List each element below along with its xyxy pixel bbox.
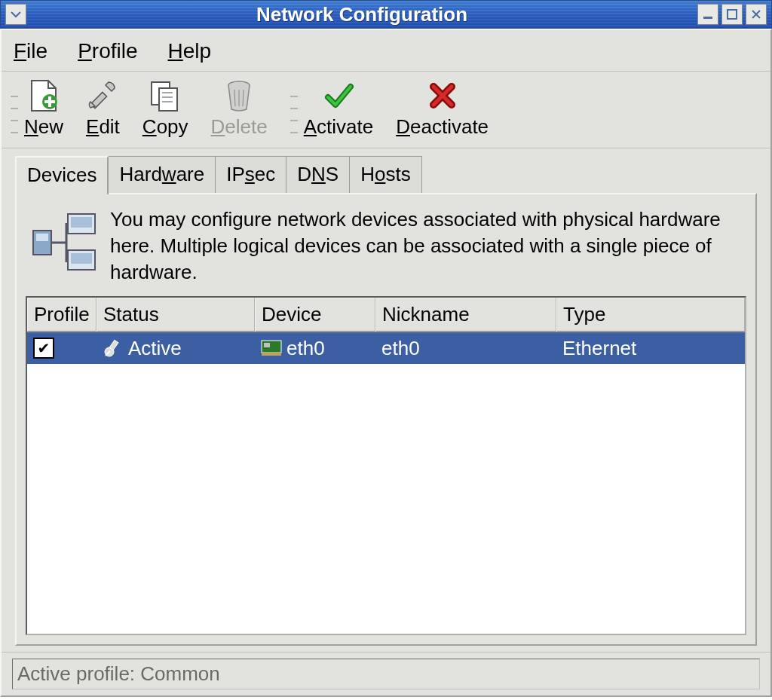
window-body: File Profile Help New [0, 29, 772, 697]
activate-button[interactable]: Activate [304, 79, 374, 139]
tab-strip: Devices Hardware IPsec DNS Hosts [15, 156, 757, 193]
svg-rect-26 [109, 341, 118, 350]
delete-button-label: Delete [211, 115, 268, 139]
copy-button-label: Copy [142, 115, 188, 139]
menu-file-label: ile [26, 39, 47, 63]
check-icon [322, 79, 355, 112]
tab-hardware[interactable]: Hardware [108, 156, 216, 193]
nic-icon [261, 340, 282, 356]
panel-description: You may configure network devices associ… [110, 206, 743, 286]
svg-rect-6 [44, 100, 55, 103]
trash-icon [222, 79, 256, 112]
menu-file[interactable]: File [14, 39, 47, 63]
menu-help-label: elp [183, 39, 211, 63]
wrench-icon [86, 79, 119, 112]
status-bar-text: Active profile: Common [12, 659, 760, 689]
copy-button[interactable]: Copy [142, 79, 188, 139]
tab-dns[interactable]: DNS [286, 156, 350, 193]
panel-description-row: You may configure network devices associ… [26, 203, 746, 296]
activate-button-label: Activate [304, 115, 374, 139]
edit-button[interactable]: Edit [86, 79, 120, 139]
tab-ipsec[interactable]: IPsec [215, 156, 286, 193]
tab-devices-label: Devices [27, 164, 96, 186]
svg-rect-0 [703, 17, 712, 19]
svg-rect-29 [264, 343, 270, 347]
svg-rect-9 [159, 88, 177, 111]
plug-connected-icon [103, 338, 124, 359]
profile-checkbox[interactable]: ✔ [33, 338, 54, 359]
menu-help[interactable]: Help [168, 39, 212, 63]
new-icon [27, 79, 60, 112]
cell-profile: ✔ [27, 335, 96, 362]
menubar: File Profile Help [2, 30, 770, 72]
window-menu-button[interactable] [5, 4, 26, 25]
header-status[interactable]: Status [96, 298, 255, 332]
network-devices-icon [29, 206, 101, 279]
window-title: Network Configuration [29, 3, 694, 26]
svg-rect-30 [262, 353, 281, 356]
cell-type: Ethernet [556, 334, 745, 363]
minimize-button[interactable] [697, 4, 718, 25]
table-header-row: Profile Status Device Nickname Type [27, 298, 745, 332]
cell-status: Active [96, 334, 255, 363]
deactivate-button-label: Deactivate [396, 115, 489, 139]
menu-profile[interactable]: Profile [78, 39, 137, 63]
deactivate-button[interactable]: Deactivate [396, 79, 489, 139]
maximize-icon [726, 8, 738, 20]
tab-hosts[interactable]: Hosts [349, 156, 421, 193]
table-row[interactable]: ✔ Active [27, 332, 745, 364]
cell-device: eth0 [255, 334, 375, 363]
status-bar: Active profile: Common [2, 652, 770, 695]
chevron-down-icon [10, 11, 22, 18]
minimize-icon [702, 8, 714, 20]
header-device[interactable]: Device [255, 298, 375, 332]
tab-area: Devices Hardware IPsec DNS Hosts [15, 156, 757, 646]
svg-rect-18 [36, 234, 48, 241]
header-type[interactable]: Type [556, 298, 745, 332]
cell-nickname-text: eth0 [381, 337, 420, 360]
header-nickname[interactable]: Nickname [375, 298, 556, 332]
cell-status-text: Active [128, 337, 182, 360]
toolbar-grip-2[interactable] [290, 90, 298, 139]
tab-panel-devices: You may configure network devices associ… [15, 193, 757, 646]
cell-type-text: Ethernet [562, 337, 636, 360]
svg-rect-1 [728, 10, 737, 19]
tab-dns-label: DNS [297, 163, 339, 185]
delete-button[interactable]: Delete [211, 79, 268, 139]
toolbar: New Edit Copy [2, 72, 770, 148]
svg-rect-22 [71, 217, 92, 228]
header-profile[interactable]: Profile [27, 298, 96, 332]
maximize-button[interactable] [721, 4, 743, 25]
cell-nickname: eth0 [375, 334, 556, 363]
edit-button-label: Edit [86, 115, 120, 139]
close-icon [750, 8, 762, 20]
toolbar-grip[interactable] [11, 90, 18, 139]
tab-ipsec-label: IPsec [226, 163, 275, 185]
copy-icon [149, 79, 182, 112]
menu-profile-label: rofile [92, 39, 138, 63]
new-button-label: New [24, 115, 63, 139]
svg-rect-24 [71, 253, 92, 264]
close-button[interactable] [746, 4, 767, 25]
devices-table: Profile Status Device Nickname Type ✔ [26, 296, 746, 635]
tab-hardware-label: Hardware [119, 163, 204, 185]
tab-hosts-label: Hosts [360, 163, 410, 185]
new-button[interactable]: New [24, 79, 63, 139]
tab-devices[interactable]: Devices [15, 156, 109, 194]
cross-icon [426, 79, 459, 112]
cell-device-text: eth0 [286, 337, 325, 360]
title-bar: Network Configuration [0, 0, 772, 29]
